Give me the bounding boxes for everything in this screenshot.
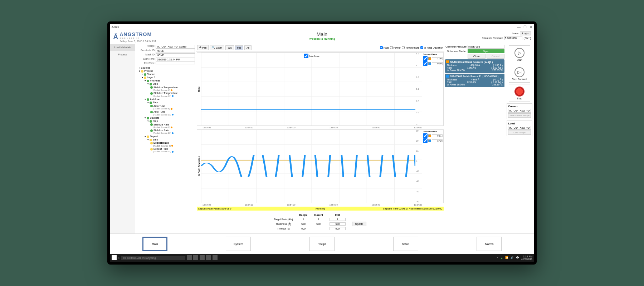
swatch-icon — [446, 75, 449, 78]
page-title: Main — [309, 31, 336, 37]
power-checkbox[interactable]: Power — [390, 46, 401, 49]
source-card-s6[interactable]: S6-Alq3 Host Radak Source 6 ( ALQ3 ) Thi… — [445, 59, 504, 73]
taskbar-app-icon[interactable] — [187, 255, 192, 260]
load-recipe-panel: Load Load Recipe — [507, 120, 532, 136]
header-pressure-unit: ( Torr ) — [524, 37, 531, 39]
range-60s-button[interactable]: 60s — [235, 45, 243, 50]
deviation-chart: % Rate Deviation 3020100-10-20-30-40 Cur… — [197, 129, 444, 203]
thickness-input[interactable] — [330, 222, 346, 226]
source-card-s11[interactable]: S11-YD001 Radak Source 11 ( UDC-YD001 ) … — [445, 74, 504, 87]
swatch-icon — [428, 139, 431, 142]
shutter-cancel-button[interactable]: Cancel — [487, 54, 504, 59]
header-pressure-label: Chamber Pressure — [482, 37, 503, 39]
rate-ylabel: Rate — [197, 53, 201, 125]
series-s11-line — [201, 155, 415, 177]
mask-id-label: Mask ID — [136, 53, 156, 57]
deviation-legend: Current Value -0.11 -3.42 — [422, 130, 443, 203]
chamber-pressure-value — [468, 45, 504, 49]
cortana-search[interactable]: I'm Cortana. Ask me anything. — [121, 256, 185, 260]
rate-deviation-checkbox[interactable]: % Rate Deviation — [420, 46, 443, 49]
end-time-label: End Time — [136, 62, 156, 64]
status-right: Elapsed Time 00:08:17 / Estimated Durati… — [361, 207, 442, 210]
stop-button[interactable]: Stop — [509, 84, 530, 102]
swatch-icon — [446, 60, 449, 63]
taskbar-app-icon[interactable] — [206, 255, 211, 260]
play-icon: ▷ — [514, 48, 525, 58]
mask-id-value[interactable]: NONE — [156, 53, 195, 57]
tray-icon[interactable]: ▲ — [501, 257, 503, 259]
rate-xticks: 13:54:0013:54:1013:54:2013:54:3013:54:40… — [197, 127, 444, 129]
update-button[interactable]: Update — [352, 222, 367, 226]
tab-main[interactable]: Main — [142, 237, 167, 251]
edit-table: RecipeCurrentEdit Target Rate (Å/s)11Upd… — [197, 211, 444, 233]
app-title: Aeres — [112, 25, 119, 29]
tray-volume-icon[interactable]: 🔊 — [511, 256, 514, 259]
current-recipe-field — [508, 109, 531, 113]
timeout-input[interactable] — [330, 227, 346, 230]
brand-name: ANGSTROM — [119, 31, 156, 37]
process-tree[interactable]: ▸ Sources ▾ Process ‣ Startup ▾ Layer 1 … — [135, 65, 196, 233]
tab-setup[interactable]: Setup — [393, 237, 418, 251]
process-status: Process Is Running — [309, 37, 336, 40]
brand-date: Friday, June 3, 2016 1:54:54 PM — [119, 40, 156, 43]
swatch-icon — [428, 62, 431, 65]
taskbar-date[interactable]: 4/26/2016 — [521, 258, 532, 260]
tab-recipe[interactable]: Recipe — [309, 237, 335, 251]
nav-process[interactable]: Process — [110, 51, 135, 58]
recipe-label: Recipe — [136, 45, 156, 49]
recipe-fields: RecipeML_O14_Alq3_YD_Codep Substrate IDN… — [135, 44, 196, 65]
recipe-value[interactable]: ML_O14_Alq3_YD_Codep — [156, 45, 195, 49]
status-mid: Running — [279, 207, 361, 210]
start-time-label: Start Time — [136, 58, 156, 61]
target-rate-input[interactable] — [330, 218, 346, 221]
nav-load-materials[interactable]: Load Materials — [110, 44, 135, 51]
pan-icon: ✥ — [199, 46, 201, 49]
bottom-nav: Main System Recipe Setup Alarms — [110, 233, 534, 254]
load-recipe-select[interactable] — [508, 126, 531, 130]
brand-sub: ENGINEERING — [119, 37, 156, 39]
rate-checkbox[interactable]: Rate — [380, 46, 389, 49]
temperature-checkbox[interactable]: Temperature — [402, 46, 419, 49]
tray-network-icon[interactable]: 📶 — [505, 256, 508, 259]
start-time-value: 6/3/2016 1:31:44 PM — [156, 58, 195, 61]
taskbar-app-icon[interactable] — [213, 255, 218, 260]
zoom-button[interactable]: 🔍Zoom — [210, 45, 224, 50]
maximize-icon[interactable]: ☐ — [523, 25, 527, 29]
swatch-icon — [428, 57, 431, 60]
cortana-icon[interactable]: ○ — [118, 257, 119, 259]
tab-system[interactable]: System — [226, 237, 251, 251]
autoscale-toggle[interactable]: Auto Scale — [302, 53, 320, 59]
minimize-icon[interactable]: — — [517, 25, 521, 29]
window-titlebar: Aeres — ☐ ✕ — [110, 24, 534, 30]
taskbar-app-icon[interactable] — [200, 255, 205, 260]
tray-up-icon[interactable]: ^ — [497, 257, 498, 259]
chamber-pressure-label: Chamber Pressure — [445, 45, 467, 48]
login-button[interactable]: Login — [520, 31, 531, 35]
substrate-shutter-label: Substrate Shutter — [445, 50, 467, 53]
pan-button[interactable]: ✥Pan — [197, 45, 209, 50]
taskbar-time[interactable]: 3:14 PM — [521, 255, 532, 258]
range-all-button[interactable]: All — [244, 45, 252, 50]
windows-start-icon[interactable] — [112, 255, 117, 260]
step-forward-button[interactable]: ▷|Step Forward — [509, 65, 530, 83]
logo-icon: Å — [113, 33, 118, 41]
substrate-id-value[interactable]: NONE — [156, 49, 195, 53]
save-recipe-button[interactable]: Save Current Recipe — [508, 113, 531, 118]
end-time-value — [156, 62, 195, 64]
taskbar-app-icon[interactable] — [193, 255, 198, 260]
range-30s-button[interactable]: 30s — [225, 45, 234, 50]
tray-notification-icon[interactable]: 💬 — [516, 256, 519, 259]
deviation-xticks: 13:54:0013:54:1013:54:2013:54:3013:54:40… — [197, 204, 444, 206]
user-label: None — [512, 32, 518, 35]
header-pressure-value — [504, 36, 522, 40]
tab-alarms[interactable]: Alarms — [477, 237, 502, 251]
shutter-close-button[interactable]: Close — [468, 54, 486, 59]
load-recipe-button[interactable]: Load Recipe — [508, 130, 531, 135]
close-icon[interactable]: ✕ — [530, 25, 532, 29]
start-button[interactable]: ▷Start — [509, 45, 530, 63]
left-nav: Load Materials Process — [110, 44, 135, 233]
current-recipe-panel: Current Save Current Recipe — [507, 103, 532, 119]
substrate-shutter-value: Open — [468, 49, 504, 53]
substrate-id-label: Substrate ID — [136, 49, 156, 53]
rate-chart: Rate Auto Scale 1.210.80.60.40.20 Curren… — [197, 52, 444, 126]
